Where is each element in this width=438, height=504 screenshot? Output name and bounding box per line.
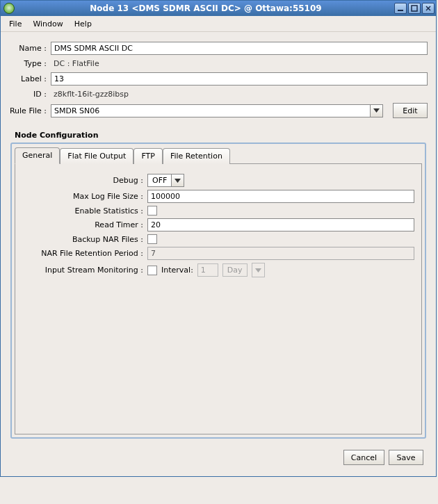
debug-label: Debug : <box>25 176 147 185</box>
menubar: File Window Help <box>1 16 436 32</box>
tab-general[interactable]: General <box>15 147 60 164</box>
readtimer-label: Read Timer : <box>25 220 147 229</box>
label-label: Label : <box>9 74 51 83</box>
type-label: Type : <box>9 59 51 68</box>
menu-window[interactable]: Window <box>27 17 68 31</box>
ism-checkbox[interactable] <box>147 266 157 275</box>
rulefile-select[interactable]: SMDR SN06 <box>51 104 383 117</box>
type-value: DC : FlatFile <box>51 58 428 70</box>
edit-button[interactable]: Edit <box>393 103 428 118</box>
tab-flat-file-output[interactable]: Flat File Output <box>60 148 133 164</box>
backupnar-label: Backup NAR Files : <box>25 235 147 244</box>
svg-marker-5 <box>175 179 181 183</box>
ism-unit-value: Day <box>223 266 247 275</box>
id-value: z8kflt-16it-gzz8ibsp <box>51 88 428 100</box>
ism-interval-label: Interval: <box>161 266 193 275</box>
id-label: ID : <box>9 90 51 99</box>
rulefile-label: Rule File : <box>9 106 51 115</box>
titlebar: Node 13 <DMS SDMR ASCII DC> @ Ottawa:551… <box>1 1 436 16</box>
chevron-down-icon <box>252 263 265 277</box>
ism-unit-select: Day <box>222 263 248 277</box>
menu-help[interactable]: Help <box>69 17 97 31</box>
menu-file[interactable]: File <box>3 17 27 31</box>
readtimer-input[interactable] <box>147 218 414 231</box>
tab-ftp[interactable]: FTP <box>133 148 163 164</box>
narperiod-label: NAR File Retention Period : <box>25 249 147 258</box>
content-area: Name : Type : DC : FlatFile Label : ID :… <box>1 32 436 476</box>
close-button[interactable] <box>422 3 435 14</box>
maximize-button[interactable] <box>408 3 421 14</box>
tab-body-general: Debug : OFF Max Log File Size : <box>15 163 422 434</box>
maxlog-label: Max Log File Size : <box>25 192 147 201</box>
backupnar-checkbox[interactable] <box>147 234 157 244</box>
debug-value: OFF <box>148 176 171 185</box>
window-title: Node 13 <DMS SDMR ASCII DC> @ Ottawa:551… <box>19 3 393 13</box>
save-button[interactable]: Save <box>389 450 423 465</box>
stats-label: Enable Statistics : <box>25 206 147 216</box>
tab-file-retention[interactable]: File Retention <box>163 148 230 164</box>
node-config-panel: General Flat File Output FTP File Retent… <box>10 143 426 439</box>
maxlog-input[interactable] <box>147 190 414 203</box>
bottom-bar: Cancel Save <box>9 439 428 469</box>
ism-interval-input <box>197 263 218 277</box>
rulefile-selected: SMDR SN06 <box>51 106 370 115</box>
cancel-button[interactable]: Cancel <box>343 450 384 465</box>
chevron-down-icon[interactable] <box>171 174 184 186</box>
app-window: Node 13 <DMS SDMR ASCII DC> @ Ottawa:551… <box>0 0 437 477</box>
svg-marker-4 <box>373 108 380 113</box>
stats-checkbox[interactable] <box>147 206 157 216</box>
minimize-button[interactable] <box>394 3 407 14</box>
app-icon <box>3 3 15 14</box>
svg-rect-0 <box>398 10 403 11</box>
narperiod-input <box>147 247 414 260</box>
ism-label: Input Stream Monitoring : <box>25 266 147 275</box>
chevron-down-icon[interactable] <box>370 105 382 117</box>
name-input[interactable] <box>51 42 428 55</box>
svg-marker-6 <box>255 268 261 273</box>
debug-select[interactable]: OFF <box>147 174 184 187</box>
name-label: Name : <box>9 44 51 53</box>
node-config-title: Node Configuration <box>15 131 428 140</box>
label-input[interactable] <box>51 72 428 86</box>
svg-rect-1 <box>412 6 417 11</box>
tab-strip: General Flat File Output FTP File Retent… <box>12 144 425 163</box>
